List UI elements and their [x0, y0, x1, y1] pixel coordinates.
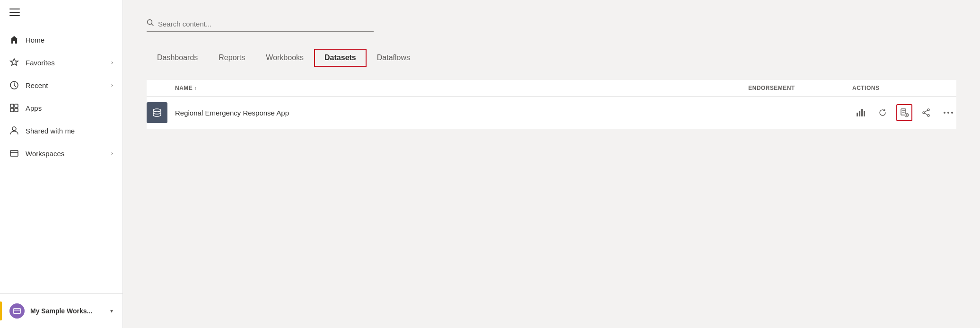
sidebar-nav: Home Favorites ›: [0, 25, 122, 293]
svg-rect-3: [10, 108, 14, 112]
apps-icon: [9, 103, 19, 113]
star-icon: [9, 58, 19, 67]
favorites-chevron: ›: [111, 59, 113, 66]
search-input[interactable]: [158, 20, 309, 28]
share-button[interactable]: [918, 104, 934, 121]
dataset-table: NAME ↑ ENDORSEMENT ACTIONS Regional Emer…: [147, 80, 956, 129]
col-name: NAME ↑: [175, 85, 748, 91]
col-actions: ACTIONS: [852, 85, 956, 91]
sidebar: Home Favorites ›: [0, 0, 123, 328]
recent-chevron: ›: [111, 82, 113, 89]
workspace-label: My Sample Works...: [30, 307, 105, 315]
col-endorsement: ENDORSEMENT: [748, 85, 852, 91]
tab-dataflows[interactable]: Dataflows: [367, 49, 420, 67]
svg-rect-7: [14, 309, 20, 314]
svg-point-19: [944, 112, 945, 114]
sidebar-item-apps[interactable]: Apps: [0, 97, 122, 119]
search-bar: [147, 19, 374, 32]
svg-rect-11: [859, 111, 860, 116]
workspaces-chevron: ›: [111, 150, 113, 157]
sidebar-item-favorites[interactable]: Favorites ›: [0, 51, 122, 74]
clock-icon: [9, 80, 19, 90]
refresh-button[interactable]: [874, 104, 890, 121]
workspace-item[interactable]: My Sample Works... ▾: [0, 298, 122, 324]
home-icon: [9, 35, 19, 44]
table-header: NAME ↑ ENDORSEMENT ACTIONS: [147, 80, 956, 97]
sidebar-item-recent-label: Recent: [26, 81, 48, 89]
sidebar-bottom: My Sample Works... ▾: [0, 293, 122, 328]
sort-icon: ↑: [194, 86, 197, 91]
svg-point-18: [923, 112, 925, 114]
actions-cell: [852, 104, 956, 121]
dataset-icon: [147, 102, 167, 123]
svg-rect-1: [10, 104, 14, 107]
svg-rect-12: [861, 109, 863, 116]
col-icon: [147, 85, 175, 91]
sidebar-item-workspaces-label: Workspaces: [26, 150, 64, 158]
workspace-chevron: ▾: [110, 308, 113, 314]
tab-datasets[interactable]: Datasets: [314, 49, 367, 67]
search-icon: [147, 19, 154, 28]
sidebar-item-home-label: Home: [26, 36, 44, 44]
main-content: Dashboards Reports Workbooks Datasets Da…: [123, 0, 980, 328]
sidebar-item-workspaces[interactable]: Workspaces ›: [0, 142, 122, 165]
svg-point-5: [12, 127, 16, 131]
sidebar-item-favorites-label: Favorites: [26, 59, 55, 67]
tab-dashboards[interactable]: Dashboards: [147, 49, 208, 67]
svg-rect-2: [15, 104, 18, 107]
svg-rect-4: [15, 108, 18, 112]
svg-point-16: [928, 109, 929, 111]
person-icon: [9, 126, 19, 135]
svg-rect-13: [864, 111, 865, 116]
sidebar-item-home[interactable]: Home: [0, 28, 122, 51]
svg-point-20: [947, 112, 949, 114]
tab-reports[interactable]: Reports: [208, 49, 255, 67]
sidebar-item-recent[interactable]: Recent ›: [0, 74, 122, 97]
tabs: Dashboards Reports Workbooks Datasets Da…: [147, 49, 956, 67]
hamburger-icon: [9, 9, 20, 16]
sidebar-item-shared-label: Shared with me: [26, 127, 75, 135]
analytics-button[interactable]: [852, 104, 868, 121]
sidebar-item-shared[interactable]: Shared with me: [0, 119, 122, 142]
svg-point-21: [951, 112, 953, 114]
dataset-name: Regional Emergency Response App: [175, 109, 748, 117]
hamburger-button[interactable]: [0, 0, 122, 25]
tab-workbooks[interactable]: Workbooks: [255, 49, 314, 67]
svg-point-9: [153, 109, 161, 112]
table-row: Regional Emergency Response App: [147, 97, 956, 129]
sidebar-item-apps-label: Apps: [26, 104, 42, 112]
svg-rect-10: [857, 113, 858, 116]
svg-point-17: [928, 115, 929, 116]
svg-rect-6: [10, 151, 18, 156]
create-report-button[interactable]: [896, 104, 913, 121]
workspace-accent: [0, 301, 2, 320]
workspaces-icon: [9, 149, 19, 158]
workspace-avatar: [9, 303, 25, 319]
more-button[interactable]: [940, 104, 956, 121]
